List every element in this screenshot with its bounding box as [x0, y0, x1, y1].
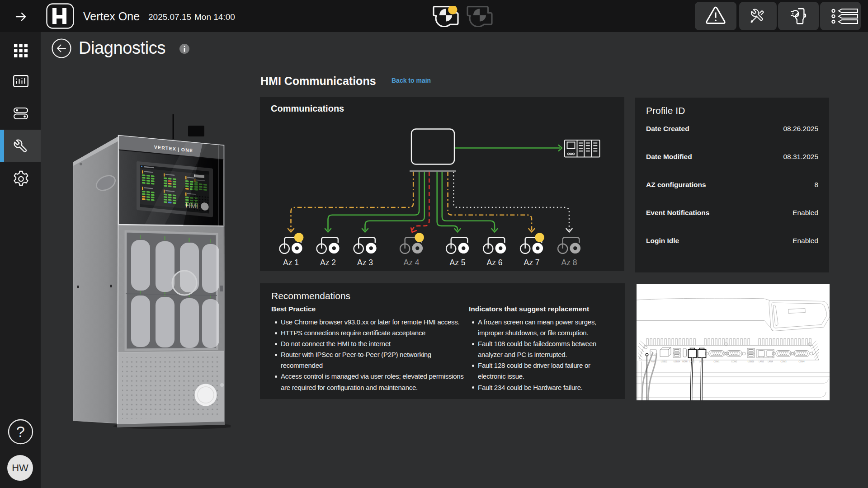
svg-text:PWR: PWR	[651, 361, 656, 363]
svg-text:LAN3: LAN3	[759, 361, 764, 363]
svg-text:USB56: USB56	[748, 361, 755, 363]
svg-text:LAN2: LAN2	[699, 361, 704, 363]
svg-text:LAN4: LAN4	[768, 361, 773, 363]
svg-text:USB34: USB34	[674, 361, 680, 363]
svg-text:Communications: Communications	[271, 103, 344, 113]
svg-text:COM3: COM3	[780, 361, 786, 363]
svg-text:?: ?	[16, 423, 25, 440]
svg-text:Az 6: Az 6	[486, 258, 502, 267]
svg-text:COM4: COM4	[798, 361, 804, 363]
svg-text:USB12: USB12	[661, 361, 668, 363]
svg-text:Az 1: Az 1	[283, 258, 299, 267]
svg-text:HDMI: HDMI	[682, 361, 688, 363]
svg-text:Az 8: Az 8	[561, 258, 577, 267]
svg-text:Az 4: Az 4	[403, 258, 419, 267]
svg-text:COM2: COM2	[731, 361, 737, 363]
svg-text:COM1: COM1	[713, 361, 719, 363]
svg-text:Az 2: Az 2	[320, 258, 336, 267]
svg-text:LAN1: LAN1	[689, 361, 695, 363]
svg-text:Az 7: Az 7	[524, 258, 539, 267]
svg-text:Az 3: Az 3	[357, 258, 373, 267]
svg-text:Az 5: Az 5	[449, 258, 465, 267]
